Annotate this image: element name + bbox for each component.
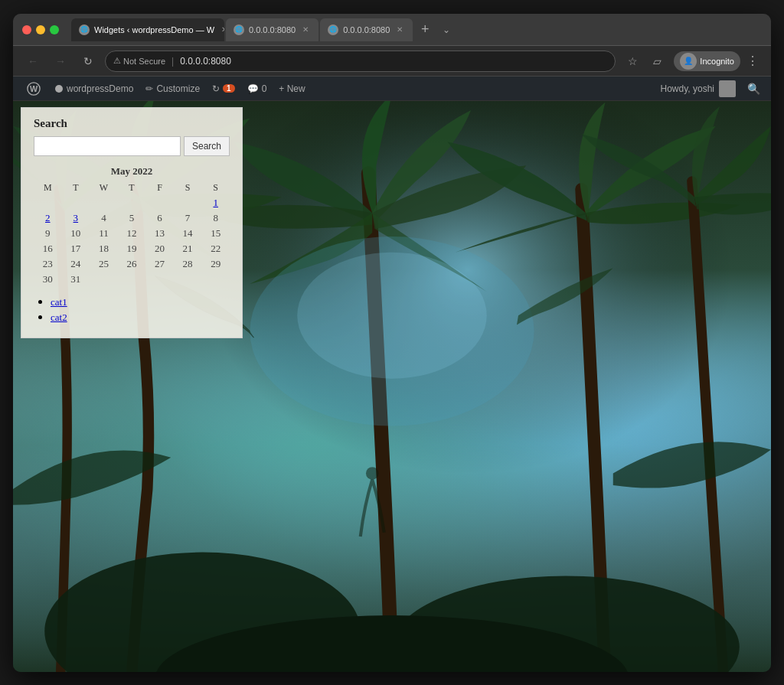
cal-cell-1[interactable]: 1 xyxy=(201,195,230,210)
search-button[interactable]: Search xyxy=(184,136,230,156)
minimize-window-button[interactable] xyxy=(36,25,45,34)
cal-cell xyxy=(145,195,174,210)
cal-cell-21: 21 xyxy=(174,241,202,256)
wp-logo-icon: W xyxy=(27,82,41,96)
cal-cell xyxy=(118,272,146,287)
cal-cell-6: 6 xyxy=(145,210,174,226)
customize-label: Customize xyxy=(156,83,200,94)
cal-cell-3[interactable]: 3 xyxy=(62,210,90,226)
cal-cell-29: 29 xyxy=(201,256,230,272)
tab-1-close[interactable]: ✕ xyxy=(219,24,224,35)
search-input[interactable] xyxy=(34,136,181,156)
updates-badge: 1 xyxy=(223,84,235,93)
comments-icon: 💬 xyxy=(247,83,259,94)
tab-expand-button[interactable]: ⌄ xyxy=(437,21,456,39)
cal-cell xyxy=(174,195,202,210)
wp-comments-button[interactable]: 💬 0 xyxy=(241,77,273,101)
wp-logo-button[interactable]: W xyxy=(19,77,48,101)
svg-text:W: W xyxy=(30,83,38,93)
search-widget-title: Search xyxy=(34,117,230,130)
new-label: + New xyxy=(279,83,305,94)
tab-3[interactable]: 🌐 0.0.0.0:8080 ✕ xyxy=(320,18,413,41)
updates-icon: ↻ xyxy=(212,83,220,94)
cal-cell-28: 28 xyxy=(174,256,202,272)
maximize-window-button[interactable] xyxy=(50,25,59,34)
tab-2-close[interactable]: ✕ xyxy=(300,24,311,35)
calendar-header-row: M T W T F S S xyxy=(34,181,230,195)
incognito-avatar: 👤 xyxy=(680,53,697,70)
wp-howdy-area[interactable]: Howdy, yoshi xyxy=(655,80,742,97)
reload-button[interactable]: ↻ xyxy=(77,51,99,72)
table-row: 1 xyxy=(34,195,230,210)
wp-admin-bar: W wordpressDemo ✏ Customize ↻ 1 💬 0 + Ne… xyxy=(13,77,771,101)
cal-cell-20: 20 xyxy=(145,241,174,256)
back-button[interactable]: ← xyxy=(22,51,44,72)
wp-search-button[interactable]: 🔍 xyxy=(742,77,765,101)
title-bar: 🌐 Widgets ‹ wordpressDemo — W ✕ 🌐 0.0.0.… xyxy=(13,14,771,46)
tab-1[interactable]: 🌐 Widgets ‹ wordpressDemo — W ✕ xyxy=(71,18,224,41)
cal-cell-24: 24 xyxy=(62,256,90,272)
wp-site-label: wordpressDemo xyxy=(67,83,133,94)
wp-updates-button[interactable]: ↻ 1 xyxy=(206,77,241,101)
tab-3-icon: 🌐 xyxy=(328,24,338,35)
tab-2-label: 0.0.0.0:8080 xyxy=(249,25,296,34)
browser-menu-button[interactable]: ⋮ xyxy=(743,52,762,70)
category-link-cat1[interactable]: cat1 xyxy=(51,296,67,308)
close-window-button[interactable] xyxy=(22,25,31,34)
bookmark-button[interactable]: ☆ xyxy=(622,51,643,72)
cal-cell-2[interactable]: 2 xyxy=(34,210,62,226)
wp-site-name[interactable]: wordpressDemo xyxy=(48,77,139,101)
forward-button[interactable]: → xyxy=(50,51,71,72)
not-secure-text: Not Secure xyxy=(123,57,165,66)
wp-new-button[interactable]: + New xyxy=(273,77,311,101)
address-separator: | xyxy=(172,56,174,67)
search-row: Search xyxy=(34,136,230,156)
reading-list-button[interactable]: ▱ xyxy=(646,51,668,72)
cal-header-f: F xyxy=(145,181,174,195)
cal-cell-14: 14 xyxy=(174,226,202,241)
cal-cell xyxy=(145,272,174,287)
address-bar: ← → ↻ ⚠ Not Secure | 0.0.0.0:8080 ☆ ▱ 👤 … xyxy=(13,46,771,77)
category-link-cat2[interactable]: cat2 xyxy=(51,312,67,323)
new-tab-button[interactable]: + xyxy=(414,19,436,41)
tab-1-label: Widgets ‹ wordpressDemo — W xyxy=(94,25,214,34)
address-input[interactable]: ⚠ Not Secure | 0.0.0.0:8080 xyxy=(105,51,616,72)
incognito-button[interactable]: 👤 Incognito xyxy=(674,51,740,71)
cal-cell-18: 18 xyxy=(90,241,118,256)
cal-cell-22: 22 xyxy=(201,241,230,256)
warning-icon: ⚠ xyxy=(113,56,121,66)
cal-header-w: W xyxy=(90,181,118,195)
cal-cell-16: 16 xyxy=(34,241,62,256)
cal-cell-5: 5 xyxy=(118,210,146,226)
calendar-widget: May 2022 M T W T F S S xyxy=(34,165,230,287)
categories-widget: cat1 cat2 xyxy=(34,295,230,324)
tab-1-icon: 🌐 xyxy=(79,24,90,35)
tab-2[interactable]: 🌐 0.0.0.0:8080 ✕ xyxy=(226,18,318,41)
wp-customize-button[interactable]: ✏ Customize xyxy=(139,77,206,101)
cal-header-s1: S xyxy=(174,181,202,195)
cal-cell-27: 27 xyxy=(145,256,174,272)
window-controls xyxy=(22,25,59,34)
tab-3-label: 0.0.0.0:8080 xyxy=(343,25,390,34)
howdy-text: Howdy, yoshi xyxy=(661,83,714,94)
tab-3-close[interactable]: ✕ xyxy=(394,24,405,35)
table-row: 30 31 xyxy=(34,272,230,287)
cal-cell-30: 30 xyxy=(34,272,62,287)
cal-cell xyxy=(90,272,118,287)
cal-cell xyxy=(34,195,62,210)
cal-cell-26: 26 xyxy=(118,256,146,272)
cal-cell-15: 15 xyxy=(201,226,230,241)
list-item: cat1 xyxy=(51,295,230,308)
wp-site-icon xyxy=(54,84,64,93)
table-row: 16 17 18 19 20 21 22 xyxy=(34,241,230,256)
wp-user-avatar xyxy=(719,80,736,97)
cal-cell-13: 13 xyxy=(145,226,174,241)
cal-cell-23: 23 xyxy=(34,256,62,272)
cal-cell-7: 7 xyxy=(174,210,202,226)
cal-cell xyxy=(90,195,118,210)
cal-header-t2: T xyxy=(118,181,146,195)
address-actions: ☆ ▱ xyxy=(622,51,668,72)
cal-cell-19: 19 xyxy=(118,241,146,256)
cal-cell-31: 31 xyxy=(62,272,90,287)
svg-point-10 xyxy=(366,467,379,480)
